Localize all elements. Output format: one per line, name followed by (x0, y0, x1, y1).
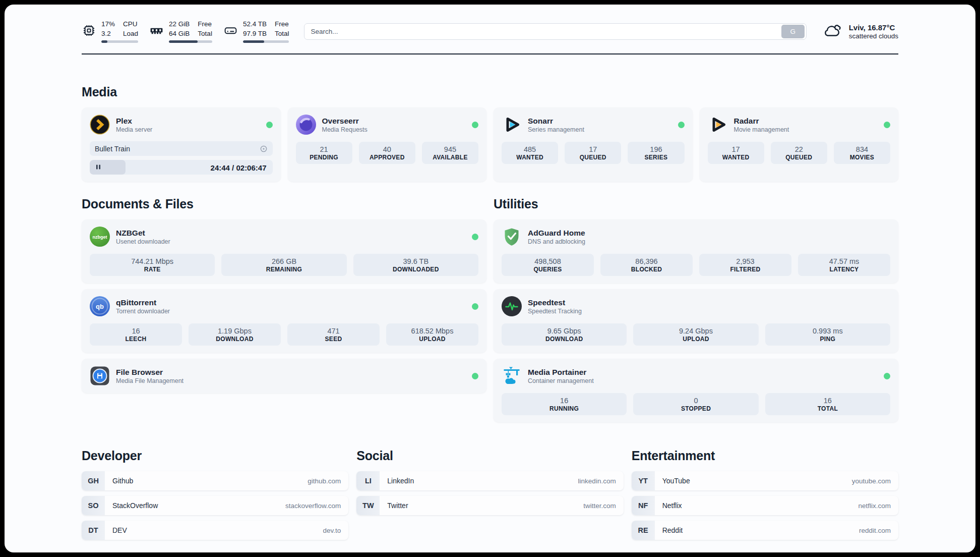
qbittorrent-icon: qb (90, 296, 110, 316)
filebrowser-icon (90, 366, 110, 386)
search-input[interactable] (304, 28, 781, 35)
stat-label: RUNNING (503, 405, 626, 412)
link-youtube[interactable]: YT YouTube youtube.com (632, 471, 898, 490)
link-linkedin[interactable]: LI LinkedIn linkedin.com (356, 471, 623, 490)
app-title: qBittorrent (116, 298, 170, 307)
app-title: Speedtest (528, 298, 582, 307)
stat-label: SERIES (629, 154, 683, 161)
stat-tile: 16 RUNNING (502, 393, 627, 415)
svg-text:qb: qb (96, 303, 104, 310)
playback-progress-track[interactable]: 24:44 / 02:06:47 (90, 160, 273, 175)
stat-label: MOVIES (835, 154, 889, 161)
adguard-icon (502, 227, 522, 247)
stat-tile: 744.21 Mbps RATE (90, 254, 215, 276)
speedtest-icon (502, 296, 522, 316)
section-title-utilities: Utilities (494, 197, 898, 211)
stat-value: 471 (288, 327, 379, 335)
ram-progress-fill (169, 40, 198, 43)
stat-label: TOTAL (766, 405, 889, 412)
stat-value: 9.65 Gbps (503, 327, 626, 335)
portainer-icon (502, 366, 522, 386)
playback-progress-fill (90, 160, 126, 175)
cloud-icon (822, 21, 843, 42)
link-url: dev.to (323, 527, 341, 534)
search-bar[interactable]: G (304, 23, 806, 40)
app-card-overseerr[interactable]: Overseerr Media Requests 21 PENDING 40 A… (288, 107, 487, 182)
stat-tile: 16 TOTAL (765, 393, 890, 415)
stat-tile: 0 STOPPED (633, 393, 758, 415)
app-title: Plex (116, 116, 152, 126)
stat-tile: 2,953 FILTERED (699, 254, 791, 276)
stat-value: 21 (297, 145, 351, 153)
app-title: AdGuard Home (528, 228, 585, 238)
stat-label: RATE (91, 266, 214, 273)
app-card-radarr[interactable]: Radarr Movie management 17 WANTED 22 QUE… (700, 107, 899, 182)
status-online-dot (472, 373, 478, 379)
stat-tile: 945 AVAILABLE (422, 142, 478, 164)
stat-value: 2,953 (700, 257, 790, 265)
stat-label: DOWNLOADED (354, 266, 477, 273)
app-card-speedtest[interactable]: Speedtest Speedtest Tracking 9.65 Gbps D… (494, 289, 898, 353)
stat-tile: 47.57 ms LATENCY (798, 254, 890, 276)
now-playing-icon[interactable] (260, 145, 268, 153)
app-subtitle: Usenet downloader (116, 238, 170, 245)
ram-label-2: Total (198, 29, 212, 38)
stat-value: 945 (423, 145, 477, 153)
stat-label: STOPPED (634, 405, 757, 412)
overseerr-icon (296, 115, 316, 135)
playback-time: 24:44 / 02:06:47 (211, 163, 267, 172)
app-title: NZBGet (116, 228, 170, 238)
stat-label: UPLOAD (387, 336, 477, 343)
status-online-dot (884, 373, 890, 379)
cpu-icon (82, 23, 96, 40)
app-card-nzbget[interactable]: nzbget NZBGet Usenet downloader 74 (82, 219, 486, 283)
link-reddit[interactable]: RE Reddit reddit.com (632, 521, 898, 540)
stat-value: 40 (360, 145, 414, 153)
stat-label: QUEUED (772, 154, 826, 161)
pause-icon[interactable] (95, 163, 101, 172)
app-card-sonarr[interactable]: Sonarr Series management 485 WANTED 17 Q… (494, 107, 693, 182)
link-github[interactable]: GH Github github.com (82, 471, 348, 490)
status-online-dot (472, 122, 478, 128)
stat-value: 0.993 ms (766, 327, 889, 335)
ram-label-1: Free (198, 20, 212, 29)
search-engine-button[interactable]: G (781, 25, 805, 38)
app-card-adguard[interactable]: AdGuard Home DNS and adblocking 498,508 … (494, 219, 898, 283)
app-card-qbittorrent[interactable]: qb qBittorrent Torrent downloader (82, 289, 486, 353)
stat-label: BLOCKED (601, 266, 692, 273)
app-card-portainer[interactable]: Media Portainer Container management 16 … (494, 359, 898, 422)
app-title: Media Portainer (528, 367, 594, 377)
disk-icon (223, 23, 238, 40)
disk-label-2: Total (275, 29, 289, 38)
app-subtitle: Series management (528, 126, 584, 133)
stat-value: 16 (503, 397, 626, 405)
link-netflix[interactable]: NF Netflix netflix.com (632, 496, 898, 515)
stat-label: QUERIES (503, 266, 593, 273)
nzbget-icon: nzbget (90, 227, 110, 247)
link-badge: DT (82, 521, 105, 540)
app-card-plex[interactable]: Plex Media server Bullet Train (82, 107, 281, 182)
link-url: twitter.com (583, 502, 616, 510)
link-badge: LI (356, 471, 380, 490)
link-badge: NF (632, 496, 655, 515)
stat-value: 485 (503, 145, 557, 153)
stat-tile: 834 MOVIES (834, 142, 890, 164)
stat-tile: 0.993 ms PING (765, 323, 890, 346)
stat-value: 196 (629, 145, 683, 153)
stat-tile: 39.6 TB DOWNLOADED (353, 254, 478, 276)
stat-value: 266 GB (222, 257, 345, 265)
app-subtitle: Media Requests (322, 126, 368, 133)
sonarr-icon (502, 115, 522, 135)
cpu-progress-track (101, 40, 138, 43)
app-card-filebrowser[interactable]: File Browser Media File Management (82, 359, 486, 393)
stat-tile: 17 QUEUED (565, 142, 621, 164)
cpu-percent: 17% (101, 20, 115, 29)
link-name: Netflix (662, 502, 682, 510)
link-stackoverflow[interactable]: SO StackOverflow stackoverflow.com (82, 496, 348, 515)
link-twitter[interactable]: TW Twitter twitter.com (356, 496, 623, 515)
stat-tile: 196 SERIES (628, 142, 684, 164)
stat-label: AVAILABLE (423, 154, 477, 161)
link-dev[interactable]: DT DEV dev.to (82, 521, 348, 540)
app-subtitle: DNS and adblocking (528, 238, 585, 245)
section-title-developer: Developer (82, 449, 348, 463)
